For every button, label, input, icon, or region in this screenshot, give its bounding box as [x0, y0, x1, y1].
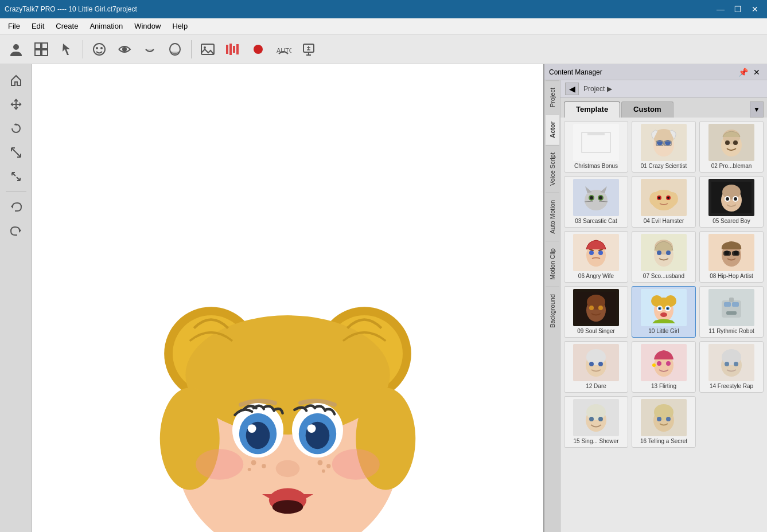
svg-point-127	[667, 308, 669, 310]
svg-point-136	[589, 362, 594, 366]
svg-rect-2	[42, 43, 48, 49]
label-evil-hamster: 04 Evil Hamster	[644, 218, 684, 225]
vtab-voice-script[interactable]: Voice Script	[546, 145, 559, 193]
menubar: File Edit Create Animation Window Help	[0, 18, 767, 34]
image-btn[interactable]	[196, 38, 219, 61]
menu-animation[interactable]: Animation	[84, 19, 129, 33]
rotate-btn[interactable]	[5, 117, 28, 140]
svg-point-54	[251, 460, 256, 466]
menu-help[interactable]: Help	[166, 19, 193, 33]
svg-point-58	[326, 464, 330, 468]
vtab-motion-clip[interactable]: Motion Clip	[546, 241, 559, 287]
move-btn[interactable]	[5, 93, 28, 116]
svg-point-102	[589, 251, 594, 255]
label-soul-singer: 09 Soul Singer	[577, 328, 615, 335]
face-btn[interactable]	[88, 38, 111, 61]
svg-rect-1	[35, 43, 41, 49]
maximize-btn[interactable]: ❐	[730, 3, 745, 15]
grid-item-evil-hamster[interactable]: 04 Evil Hamster	[632, 176, 696, 228]
grid-item-little-girl[interactable]: 10 Little Girl	[632, 286, 696, 338]
cm-grid-area: Christmas Bonus	[560, 118, 767, 532]
titlebar: CrazyTalk7 PRO ---- 10 Little Girl.ct7pr…	[0, 0, 767, 18]
thumb-probleman	[708, 124, 754, 161]
svg-point-51	[272, 500, 303, 514]
auto-btn[interactable]: AUTO	[272, 38, 295, 61]
label-hiphop-artist: 08 Hip-Hop Artist	[710, 273, 753, 280]
svg-point-11	[204, 46, 206, 49]
label-rythmic-robot: 11 Rythmic Robot	[708, 328, 754, 335]
vtab-background[interactable]: Background	[546, 287, 559, 335]
grid-item-telling-secret[interactable]: 16 Telling a Secret	[632, 396, 696, 448]
grid-item-scared-boy[interactable]: 05 Scared Boy	[699, 176, 764, 228]
thumb-dare	[573, 344, 619, 381]
cm-tab-template[interactable]: Template	[564, 101, 620, 118]
grid-item-soul-singer[interactable]: 09 Soul Singer	[564, 286, 628, 338]
svg-point-148	[589, 417, 594, 421]
grid-item-crazy-scientist[interactable]: 01 Crazy Scientist	[632, 121, 696, 173]
grid-item-freestyle-rap[interactable]: 14 Freestyle Rap	[699, 341, 764, 393]
svg-point-59	[322, 470, 325, 473]
vtab-project[interactable]: Project	[546, 80, 559, 114]
grid-item-scousband[interactable]: 07 Sco...usband	[632, 231, 696, 283]
minimize-btn[interactable]: —	[713, 3, 728, 15]
grid-item-sarcastic-cat[interactable]: 03 Sarcastic Cat	[564, 176, 628, 228]
grid-item-hiphop-artist[interactable]: 08 Hip-Hop Artist	[699, 231, 764, 283]
svg-rect-13	[229, 44, 232, 55]
grid-item-probleman[interactable]: 02 Pro...bleman	[699, 121, 764, 173]
scale-btn[interactable]	[5, 141, 28, 164]
pointer-btn[interactable]	[55, 38, 78, 61]
label-freestyle-rap: 14 Freestyle Rap	[710, 383, 753, 390]
cm-close-btn[interactable]: ✕	[751, 66, 762, 78]
cm-tab-dropdown[interactable]: ▼	[750, 101, 764, 118]
menu-create[interactable]: Create	[50, 19, 84, 33]
mouth-btn[interactable]	[138, 38, 161, 61]
grid-item-christmas-bonus[interactable]: Christmas Bonus	[564, 121, 628, 173]
record-btn[interactable]	[247, 38, 270, 61]
cm-pin-btn[interactable]: 📌	[737, 66, 749, 78]
cm-nav: ◀ Project ▶	[560, 80, 767, 98]
svg-point-48	[307, 424, 316, 433]
menu-window[interactable]: Window	[129, 19, 166, 33]
menu-edit[interactable]: Edit	[26, 19, 50, 33]
toolbar-sep-2	[191, 40, 192, 58]
svg-point-135	[586, 349, 606, 365]
close-btn[interactable]: ✕	[747, 3, 762, 15]
svg-point-140	[666, 361, 671, 366]
svg-rect-4	[42, 50, 48, 56]
redo-btn[interactable]	[5, 220, 28, 242]
vtab-auto-motion[interactable]: Auto Motion	[546, 193, 559, 241]
home-btn[interactable]	[5, 69, 28, 92]
grid-item-angry-wife[interactable]: 06 Angry Wife	[564, 231, 628, 283]
audio-btn[interactable]	[221, 38, 244, 61]
actor-icon-btn[interactable]	[5, 38, 28, 61]
svg-point-96	[722, 185, 741, 200]
svg-rect-12	[226, 45, 228, 54]
vtab-actor[interactable]: Actor	[546, 114, 559, 145]
cm-breadcrumb: Project ▶	[583, 85, 612, 93]
svg-point-144	[725, 362, 729, 366]
thumb-little-girl	[641, 289, 687, 326]
export-btn[interactable]	[297, 38, 320, 61]
svg-point-84	[599, 196, 602, 200]
svg-point-16	[254, 45, 263, 54]
menu-file[interactable]: File	[2, 19, 26, 33]
scene-btn[interactable]	[30, 38, 53, 61]
grid-item-flirting[interactable]: 13 Flirting	[632, 341, 696, 393]
canvas-area: ◆ 🔊	[32, 64, 543, 532]
svg-point-116	[589, 306, 594, 310]
left-toolbar	[0, 64, 32, 532]
grid-item-dare[interactable]: 12 Dare	[564, 341, 628, 393]
svg-point-76	[725, 140, 730, 145]
vertical-tabs: Project Actor Voice Script Auto Motion M…	[544, 80, 560, 532]
thumb-freestyle-rap	[708, 344, 754, 381]
thumb-soul-singer	[573, 289, 619, 326]
head-btn[interactable]	[163, 38, 186, 61]
fullscreen-btn[interactable]	[5, 165, 28, 188]
grid-item-rythmic-robot[interactable]: 11 Rythmic Robot	[699, 286, 764, 338]
eye-btn[interactable]	[113, 38, 136, 61]
grid-item-sing-shower[interactable]: 15 Sing... Shower	[564, 396, 628, 448]
undo-btn[interactable]	[5, 195, 28, 218]
cm-tab-custom[interactable]: Custom	[621, 101, 673, 118]
svg-point-53	[332, 449, 380, 479]
cm-back-btn[interactable]: ◀	[565, 83, 579, 95]
